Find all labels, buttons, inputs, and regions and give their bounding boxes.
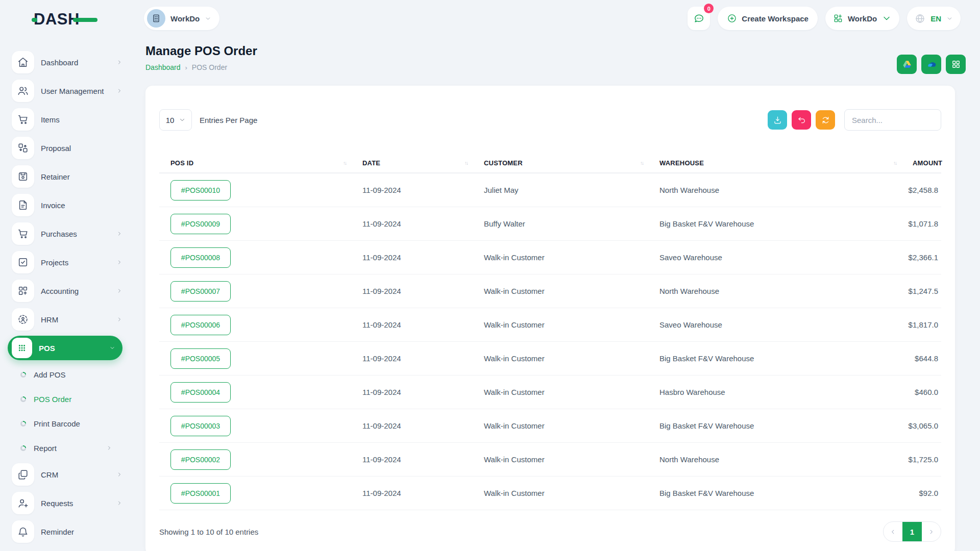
sidebar-item-label: Purchases xyxy=(41,230,116,238)
sidebar-item-report[interactable]: Report xyxy=(0,436,132,460)
chevron-right-icon xyxy=(928,529,935,535)
chevron-down-icon xyxy=(109,345,115,351)
pagination-page-1[interactable]: 1 xyxy=(902,522,922,541)
top-header: DASH WorkDo 0 Create Workspace xyxy=(0,0,980,37)
messages-button[interactable]: 0 xyxy=(688,7,710,30)
purchases-icon xyxy=(12,222,34,245)
sidebar-item-label: POS Order xyxy=(34,395,112,404)
cell-pos-id: #POS00007 xyxy=(159,281,352,302)
chevron-right-icon xyxy=(116,500,122,506)
sidebar-item-accounting[interactable]: Accounting xyxy=(0,277,132,305)
undo-icon xyxy=(797,115,806,125)
column-header-warehouse[interactable]: WAREHOUSE↑↓ xyxy=(649,159,902,167)
column-label: DATE xyxy=(362,159,380,167)
pagination-prev-button[interactable] xyxy=(884,522,902,541)
breadcrumb-separator: › xyxy=(185,64,187,71)
crm-icon xyxy=(12,463,34,486)
google-drive-button[interactable] xyxy=(897,55,917,74)
pos-id-badge[interactable]: #POS00006 xyxy=(170,315,231,335)
cell-date: 11-09-2024 xyxy=(352,354,474,363)
refresh-button[interactable] xyxy=(816,110,835,130)
sidebar-item-crm[interactable]: CRM xyxy=(0,460,132,489)
cell-pos-id: #POS00010 xyxy=(159,180,352,201)
cell-warehouse: Big Basket F&V Warehouse xyxy=(649,489,902,497)
proposal-icon xyxy=(12,137,34,159)
sidebar-item-label: Print Barcode xyxy=(34,419,112,428)
cell-amount: $2,458.8 xyxy=(902,186,941,194)
grid-view-button[interactable] xyxy=(946,55,966,74)
pos-id-badge[interactable]: #POS00003 xyxy=(170,416,231,436)
sidebar-item-print-barcode[interactable]: Print Barcode xyxy=(0,411,132,436)
table-header-row: POS ID↑↓DATE↑↓CUSTOMER↑↓WAREHOUSE↑↓AMOUN… xyxy=(159,153,941,173)
brand-logo[interactable]: DASH xyxy=(34,9,100,30)
pos-id-badge[interactable]: #POS00002 xyxy=(170,449,231,470)
sidebar-item-projects[interactable]: Projects xyxy=(0,248,132,277)
grid-plus-icon xyxy=(833,13,843,23)
sidebar-item-dashboard[interactable]: Dashboard xyxy=(0,48,132,77)
breadcrumb-dashboard-link[interactable]: Dashboard xyxy=(145,63,181,71)
export-button[interactable] xyxy=(768,110,787,130)
cell-date: 11-09-2024 xyxy=(352,455,474,464)
cell-warehouse: North Warehouse xyxy=(649,287,902,295)
onedrive-button[interactable] xyxy=(921,55,941,74)
sidebar-item-pos[interactable]: POS xyxy=(8,336,122,360)
cell-pos-id: #POS00002 xyxy=(159,449,352,470)
reset-button[interactable] xyxy=(792,110,811,130)
cell-date: 11-09-2024 xyxy=(352,421,474,430)
cell-amount: $644.8 xyxy=(902,354,941,363)
home-icon xyxy=(12,51,34,73)
sidebar-item-invoice[interactable]: Invoice xyxy=(0,191,132,219)
items-icon xyxy=(12,108,34,131)
sidebar-item-items[interactable]: Items xyxy=(0,105,132,134)
building-icon xyxy=(151,13,161,23)
column-header-date[interactable]: DATE↑↓ xyxy=(352,159,474,167)
pagination: 1 xyxy=(883,521,941,542)
sidebar-item-purchases[interactable]: Purchases xyxy=(0,219,132,248)
sidebar-item-requests[interactable]: Requests xyxy=(0,489,132,517)
chevron-down-icon xyxy=(205,15,211,22)
sidebar-item-pos-order[interactable]: POS Order xyxy=(0,387,132,411)
sidebar-item-reminder[interactable]: Reminder xyxy=(0,517,132,546)
sidebar-item-label: CRM xyxy=(41,470,116,479)
sidebar-item-hrm[interactable]: HRM xyxy=(0,305,132,334)
pos-id-badge[interactable]: #POS00010 xyxy=(170,180,231,201)
create-workspace-button[interactable]: Create Workspace xyxy=(718,7,818,30)
pos-id-badge[interactable]: #POS00008 xyxy=(170,247,231,268)
entries-per-page-select[interactable]: 10 xyxy=(159,109,192,131)
pos-id-badge[interactable]: #POS00004 xyxy=(170,382,231,403)
sidebar-item-user-management[interactable]: User Management xyxy=(0,77,132,105)
chevron-right-icon xyxy=(116,471,122,478)
pagination-next-button[interactable] xyxy=(922,522,941,541)
sidebar-item-label: Add POS xyxy=(34,370,112,379)
column-header-pos-id[interactable]: POS ID↑↓ xyxy=(159,159,352,167)
bullet-icon xyxy=(20,396,26,402)
language-code: EN xyxy=(930,14,941,23)
pos-id-badge[interactable]: #POS00001 xyxy=(170,483,231,504)
cell-date: 11-09-2024 xyxy=(352,186,474,194)
workspace-switcher[interactable]: WorkDo xyxy=(144,7,219,30)
table-row: #POS0000411-09-2024Walk-in CustomerHasbr… xyxy=(159,375,941,409)
breadcrumb: Dashboard › POS Order xyxy=(145,63,257,71)
column-header-amount[interactable]: AMOUNT xyxy=(902,159,945,167)
cell-customer: Walk-in Customer xyxy=(474,455,649,464)
search-input[interactable] xyxy=(844,109,941,131)
requests-icon xyxy=(12,492,34,514)
sidebar-item-retainer[interactable]: Retainer xyxy=(0,162,132,191)
sidebar-item-label: Items xyxy=(41,115,122,124)
cell-pos-id: #POS00005 xyxy=(159,348,352,369)
language-selector[interactable]: EN xyxy=(907,7,961,30)
bullet-icon xyxy=(20,372,26,378)
column-header-customer[interactable]: CUSTOMER↑↓ xyxy=(474,159,649,167)
cell-date: 11-09-2024 xyxy=(352,489,474,497)
sidebar-item-add-pos[interactable]: Add POS xyxy=(0,362,132,387)
company-menu-button[interactable]: WorkDo xyxy=(825,7,899,30)
pos-id-badge[interactable]: #POS00007 xyxy=(170,281,231,302)
entries-per-page-label: Entries Per Page xyxy=(200,116,257,124)
cell-pos-id: #POS00009 xyxy=(159,214,352,234)
table-row: #POS0000911-09-2024Buffy WalterBig Baske… xyxy=(159,207,941,241)
pos-id-badge[interactable]: #POS00009 xyxy=(170,214,231,234)
pos-id-badge[interactable]: #POS00005 xyxy=(170,348,231,369)
sidebar-item-proposal[interactable]: Proposal xyxy=(0,134,132,162)
chevron-right-icon xyxy=(116,231,122,237)
sidebar-item-label: Retainer xyxy=(41,172,122,181)
